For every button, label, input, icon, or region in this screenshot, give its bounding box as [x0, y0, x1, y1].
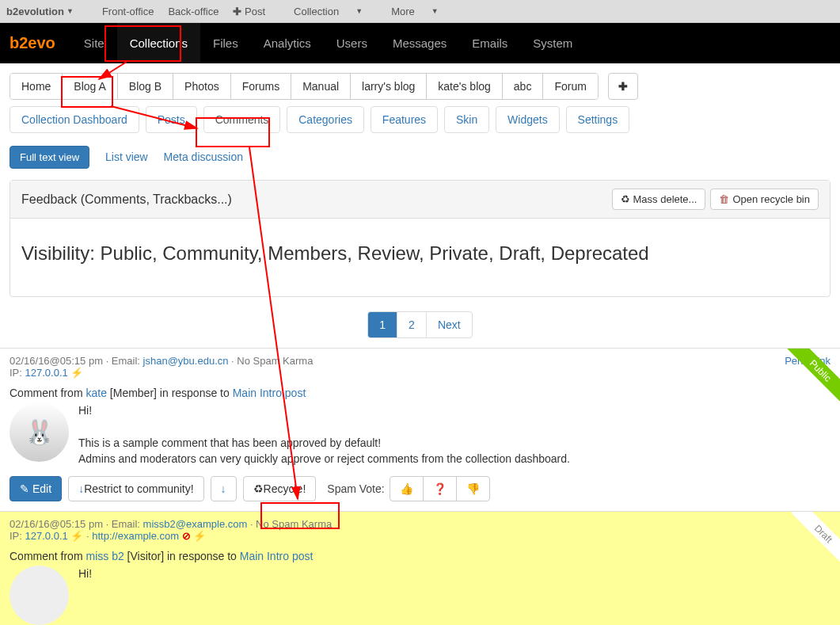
topbar-brand[interactable]: b2evolution▼	[6, 6, 88, 17]
subtab-settings[interactable]: Settings	[566, 106, 630, 133]
comment-item: Draft 02/16/16@05:15 pm · Email: missb2@…	[0, 511, 840, 625]
blog-tab-forum[interactable]: Forum	[543, 74, 597, 99]
recycle-icon: ♻	[621, 193, 630, 205]
trash-icon: 🗑	[719, 193, 729, 205]
spam-vote-label: Spam Vote:	[327, 482, 384, 495]
comment-post-link[interactable]: Main Intro post	[233, 387, 306, 399]
spam-vote-group: 👍 ❓ 👎	[390, 476, 490, 501]
topbar-more[interactable]: More▼	[391, 6, 453, 17]
bolt-icon[interactable]: ⚡	[193, 530, 206, 542]
ban-icon[interactable]: ⊘	[182, 530, 191, 542]
bolt-icon[interactable]: ⚡	[70, 530, 83, 542]
mass-delete-button[interactable]: ♻Mass delete...	[612, 189, 706, 210]
blog-tab-forums[interactable]: Forums	[231, 74, 291, 99]
comment-email[interactable]: jshan@ybu.edu.cn	[143, 355, 229, 367]
avatar[interactable]	[10, 566, 69, 625]
thumbs-down-button[interactable]: 👎	[457, 477, 489, 501]
thumbs-up-button[interactable]: 👍	[390, 477, 424, 501]
comment-from: Comment from kate [Member] in response t…	[10, 379, 830, 399]
subtab-features[interactable]: Features	[371, 106, 438, 133]
avatar[interactable]: 🐰	[10, 402, 69, 462]
comment-text: Hi! This is a sample comment that has be…	[78, 402, 570, 467]
recycle-button[interactable]: ♻ Recycle!	[243, 476, 317, 501]
bolt-icon[interactable]: ⚡	[70, 367, 83, 379]
recycle-icon: ♻	[253, 482, 264, 495]
nav-collections[interactable]: Collections	[117, 23, 200, 63]
topbar-post[interactable]: ✚ Post	[233, 6, 279, 17]
comment-author[interactable]: miss b2	[86, 550, 124, 562]
topbar-back-office[interactable]: Back-office	[168, 6, 219, 17]
comment-meta: 02/16/16@05:15 pm · Email: missb2@exampl…	[10, 518, 830, 530]
plus-icon: ✚	[233, 6, 241, 17]
comment-ip[interactable]: 127.0.0.1	[25, 530, 68, 542]
blog-tabs: Home Blog A Blog B Photos Forums Manual …	[0, 63, 840, 100]
blog-tab-add[interactable]: ✚	[608, 73, 638, 100]
comment-author[interactable]: kate	[86, 387, 106, 399]
meta-discussion-link[interactable]: Meta discussion	[164, 151, 243, 163]
blog-tab-kates[interactable]: kate's blog	[427, 74, 503, 99]
comment-actions: ✎ Edit ↓ Restrict to community! ↓ ♻ Recy…	[10, 467, 830, 501]
blog-tab-photos[interactable]: Photos	[173, 74, 231, 99]
comment-ip[interactable]: 127.0.0.1	[25, 367, 68, 379]
comment-meta: 02/16/16@05:15 pm · Email: jshan@ybu.edu…	[10, 355, 830, 367]
nav-site[interactable]: Site	[71, 23, 117, 63]
arrow-down-icon: ↓	[78, 482, 84, 495]
topbar: b2evolution▼ Front-office Back-office ✚ …	[0, 0, 840, 23]
topbar-collection[interactable]: Collection▼	[294, 6, 377, 17]
open-recycle-bin-button[interactable]: 🗑Open recycle bin	[710, 189, 819, 210]
full-text-view-button[interactable]: Full text view	[10, 146, 89, 169]
comment-from: Comment from miss b2 [Visitor] in respon…	[10, 542, 830, 562]
question-icon: ❓	[433, 482, 447, 495]
nav-analytics[interactable]: Analytics	[251, 23, 324, 63]
edit-button[interactable]: ✎ Edit	[10, 476, 62, 501]
page-1[interactable]: 1	[368, 312, 397, 337]
visibility-filter: Visibility: Public, Community, Members, …	[10, 219, 830, 296]
subtab-widgets[interactable]: Widgets	[496, 106, 560, 133]
thumbs-down-icon: 👎	[466, 482, 480, 495]
list-view-link[interactable]: List view	[105, 151, 148, 163]
blog-tab-blog-a[interactable]: Blog A	[63, 74, 117, 99]
comment-item: Permalink Public 02/16/16@05:15 pm · Ema…	[0, 348, 840, 511]
blog-tab-home[interactable]: Home	[10, 74, 63, 99]
nav-system[interactable]: System	[520, 23, 585, 63]
comment-url[interactable]: http://example.com	[92, 530, 179, 542]
brand-logo[interactable]: b2evo	[10, 34, 55, 52]
view-bar: Full text view List view Meta discussion	[0, 139, 840, 175]
comment-text: Hi!	[78, 566, 92, 625]
blog-tab-manual[interactable]: Manual	[291, 74, 351, 99]
page-2[interactable]: 2	[397, 312, 427, 337]
feedback-panel: Feedback (Comments, Trackbacks...) ♻Mass…	[10, 180, 830, 297]
page-next[interactable]: Next	[427, 312, 472, 337]
plus-icon: ✚	[618, 80, 628, 93]
navbar: b2evo Site Collections Files Analytics U…	[0, 23, 840, 63]
subtab-posts[interactable]: Posts	[146, 106, 197, 133]
subtab-skin[interactable]: Skin	[444, 106, 489, 133]
subtab-dashboard[interactable]: Collection Dashboard	[10, 106, 139, 133]
pencil-icon: ✎	[20, 482, 29, 495]
comment-email[interactable]: missb2@example.com	[143, 518, 248, 530]
nav-emails[interactable]: Emails	[459, 23, 520, 63]
blog-tab-abc[interactable]: abc	[503, 74, 544, 99]
comment-post-link[interactable]: Main Intro post	[240, 550, 314, 562]
subtabs: Collection Dashboard Posts Comments Cate…	[0, 100, 840, 139]
subtab-comments[interactable]: Comments	[203, 106, 281, 133]
nav-users[interactable]: Users	[324, 23, 380, 63]
restrict-button[interactable]: ↓ Restrict to community!	[68, 476, 203, 501]
nav-files[interactable]: Files	[200, 23, 251, 63]
arrow-down-icon: ↓	[221, 482, 226, 495]
blog-tab-larrys[interactable]: larry's blog	[351, 74, 427, 99]
subtab-categories[interactable]: Categories	[287, 106, 364, 133]
nav-messages[interactable]: Messages	[380, 23, 459, 63]
panel-title: Feedback (Comments, Trackbacks...)	[21, 192, 607, 207]
topbar-front-office[interactable]: Front-office	[102, 6, 154, 17]
neutral-button[interactable]: ❓	[424, 477, 457, 501]
pager: 1 2 Next	[0, 302, 840, 348]
demote-button[interactable]: ↓	[211, 476, 237, 501]
blog-tab-blog-b[interactable]: Blog B	[118, 74, 173, 99]
thumbs-up-icon: 👍	[400, 482, 413, 495]
